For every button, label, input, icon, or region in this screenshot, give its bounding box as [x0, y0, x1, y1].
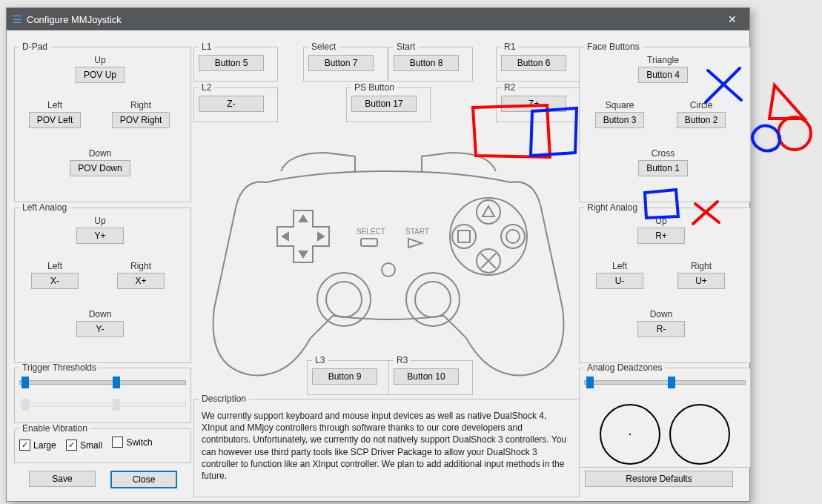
- ra-left-button[interactable]: U-: [596, 273, 643, 289]
- cross-button[interactable]: Button 1: [638, 160, 688, 176]
- description-group: Description We currently support keyboar…: [193, 394, 580, 497]
- trigger-thresholds-group: Trigger Thresholds: [14, 362, 191, 423]
- l1-button[interactable]: Button 5: [199, 55, 264, 71]
- select-button[interactable]: Button 7: [308, 55, 374, 71]
- dpad-right-button[interactable]: POV Right: [112, 112, 170, 128]
- face-buttons-legend: Face Buttons: [584, 42, 643, 52]
- la-left-label: Left: [18, 261, 92, 271]
- window-title: Configure MMJoystick: [27, 14, 721, 25]
- svg-marker-2: [282, 233, 288, 240]
- config-window: ☰ Configure MMJoystick ✕ D-Pad Up POV Up…: [6, 7, 750, 502]
- r1-legend: R1: [501, 42, 518, 52]
- description-legend: Description: [199, 394, 249, 404]
- la-up-button[interactable]: Y+: [76, 228, 124, 244]
- close-icon[interactable]: ✕: [721, 13, 743, 25]
- left-analog-legend: Left Analog: [19, 202, 70, 213]
- select-legend: Select: [308, 42, 339, 52]
- la-right-button[interactable]: X+: [117, 273, 165, 289]
- svg-point-19: [317, 273, 371, 326]
- close-button[interactable]: Close: [110, 471, 177, 488]
- cross-label: Cross: [628, 148, 698, 159]
- square-label: Square: [583, 100, 657, 110]
- deadzones-group: Analog Deadzones: [579, 362, 751, 468]
- dpad-left-button[interactable]: POV Left: [29, 112, 82, 128]
- svg-point-21: [406, 273, 460, 326]
- svg-point-12: [501, 225, 525, 248]
- vib-small-label: Small: [80, 440, 102, 451]
- triangle-button[interactable]: Button 4: [638, 67, 688, 83]
- la-right-label: Right: [104, 261, 178, 271]
- svg-point-13: [506, 230, 520, 243]
- right-analog-group: Right Analog Up R+ Left U- Right U+ Down…: [579, 202, 751, 363]
- svg-rect-15: [361, 239, 377, 246]
- right-analog-legend: Right Analog: [584, 202, 640, 213]
- dpad-group: D-Pad Up POV Up Left POV Left Right POV …: [14, 42, 191, 202]
- controller-image: SELECT START: [199, 138, 577, 390]
- trigger-slider-2[interactable]: [19, 402, 186, 420]
- vib-switch-check[interactable]: Switch: [112, 437, 152, 448]
- square-button[interactable]: Button 3: [595, 112, 645, 128]
- r1-button[interactable]: Button 6: [501, 55, 566, 71]
- ra-right-label: Right: [664, 261, 738, 271]
- app-icon: ☰: [13, 13, 22, 25]
- svg-rect-11: [458, 231, 470, 242]
- l3-legend: L3: [312, 355, 328, 365]
- l2-group: L2 Z-: [193, 82, 278, 122]
- svg-marker-6: [483, 206, 494, 216]
- dpad-left-label: Left: [18, 100, 92, 110]
- svg-marker-3: [318, 233, 324, 240]
- dpad-down-button[interactable]: POV Down: [70, 160, 130, 176]
- deadzones-legend: Analog Deadzones: [584, 362, 665, 373]
- svg-point-20: [326, 282, 362, 317]
- ra-right-button[interactable]: U+: [677, 273, 725, 289]
- start-legend: Start: [394, 42, 418, 52]
- la-down-label: Down: [59, 309, 141, 319]
- svg-marker-0: [299, 216, 307, 222]
- l1-legend: L1: [199, 42, 214, 52]
- restore-defaults-button[interactable]: Restore Defaults: [585, 471, 733, 487]
- l3-button[interactable]: Button 9: [312, 368, 377, 385]
- svg-point-18: [382, 263, 395, 276]
- r3-group: R3 Button 10: [388, 355, 473, 395]
- r2-button[interactable]: Z+: [501, 96, 566, 112]
- start-button[interactable]: Button 8: [394, 55, 459, 71]
- ra-down-button[interactable]: R-: [637, 321, 685, 337]
- r2-legend: R2: [501, 82, 518, 93]
- l3-group: L3 Button 9: [307, 355, 391, 395]
- titlebar[interactable]: ☰ Configure MMJoystick ✕: [7, 8, 749, 30]
- trigger-thresholds-legend: Trigger Thresholds: [19, 362, 99, 373]
- l2-legend: L2: [199, 82, 214, 93]
- ps-button[interactable]: Button 17: [351, 96, 417, 112]
- circle-button[interactable]: Button 2: [677, 112, 726, 128]
- triangle-label: Triangle: [628, 55, 698, 65]
- r3-button[interactable]: Button 10: [394, 368, 459, 385]
- la-down-button[interactable]: Y-: [76, 321, 124, 337]
- l2-button[interactable]: Z-: [199, 96, 264, 112]
- dpad-down-label: Down: [59, 148, 141, 159]
- la-up-label: Up: [67, 216, 133, 226]
- ra-up-button[interactable]: R+: [637, 228, 685, 244]
- dpad-up-label: Up: [67, 55, 133, 65]
- vib-small-check[interactable]: ✓Small: [66, 440, 102, 451]
- r3-legend: R3: [394, 355, 411, 365]
- svg-text:START: START: [405, 228, 429, 236]
- vibration-legend: Enable Vibration: [19, 423, 90, 434]
- la-left-button[interactable]: X-: [31, 273, 79, 289]
- left-analog-group: Left Analog Up Y+ Left X- Right X+ Down …: [14, 202, 191, 363]
- r2-group: R2 Z+: [496, 82, 580, 122]
- svg-point-22: [415, 282, 451, 317]
- vib-large-check[interactable]: ✓Large: [19, 440, 56, 451]
- vib-switch-label: Switch: [126, 437, 152, 448]
- trigger-slider-1[interactable]: [19, 380, 186, 398]
- deadzone-slider[interactable]: [584, 380, 746, 398]
- face-buttons-group: Face Buttons Triangle Button 4 Square Bu…: [579, 42, 751, 202]
- deadzone-left-circle: [600, 404, 660, 465]
- dpad-right-label: Right: [104, 100, 178, 110]
- window-body: D-Pad Up POV Up Left POV Left Right POV …: [7, 30, 749, 501]
- select-group: Select Button 7: [303, 42, 388, 82]
- save-button[interactable]: Save: [29, 471, 96, 487]
- ps-group: PS Button Button 17: [346, 82, 431, 122]
- dpad-up-button[interactable]: POV Up: [76, 67, 125, 83]
- vib-large-label: Large: [33, 440, 56, 451]
- ps-legend: PS Button: [351, 82, 397, 93]
